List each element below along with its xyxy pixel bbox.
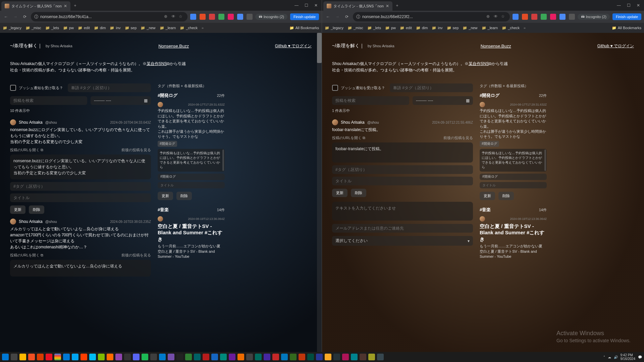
star-icon[interactable]: ☆	[501, 14, 506, 19]
contact-input[interactable]	[332, 224, 473, 233]
sidebar-title-input[interactable]	[480, 182, 547, 188]
browser-tab[interactable]: タイムライン - 個人SNS「nonsens... ✕	[323, 1, 392, 11]
terminal-icon[interactable]	[176, 354, 183, 360]
bookmark-folder[interactable]: _misc	[347, 26, 363, 30]
post-edit-textarea[interactable]: nonsense.buzzにログイン実装している。いいアプリなので色々な人に使っ…	[10, 155, 151, 179]
minimize-icon[interactable]: —	[617, 3, 621, 8]
push-checkbox[interactable]	[332, 85, 338, 91]
bookmark-folder[interactable]: _new	[141, 26, 155, 30]
tag-input[interactable]	[390, 83, 473, 92]
taskbar-app-icon[interactable]	[316, 354, 323, 360]
ext-icon[interactable]	[190, 14, 196, 20]
finish-update-button[interactable]: Finish update	[290, 13, 319, 20]
all-bookmarks-button[interactable]: 📁 All Bookmarks	[289, 26, 319, 30]
all-bookmarks-button[interactable]: 📁 All Bookmarks	[612, 26, 641, 30]
finish-update-button[interactable]: Finish update	[612, 13, 641, 20]
taskbar-app-icon[interactable]	[290, 354, 297, 360]
reload-icon[interactable]: ⟳	[343, 13, 350, 20]
eye-off-icon[interactable]: 👁	[171, 14, 177, 19]
eye-off-icon[interactable]: 👁	[494, 14, 499, 19]
bookmark-folder[interactable]: pw	[385, 26, 396, 30]
taskbar-app-icon[interactable]	[194, 354, 201, 360]
notifications-icon[interactable]: 💬	[638, 355, 642, 359]
open-post-url-link[interactable]: 投稿のURLを開く	[10, 253, 43, 258]
taskbar-app-icon[interactable]	[98, 354, 105, 360]
bookmark-folder[interactable]: inv	[110, 26, 120, 30]
post-tags-input[interactable]	[332, 165, 473, 174]
bookmark-folder[interactable]: _lets	[367, 26, 381, 30]
bookmark-folder[interactable]: sep	[125, 26, 137, 30]
post-edit-textarea[interactable]: foobar-translateにて投稿。	[332, 142, 473, 163]
post-tags-input[interactable]	[10, 182, 151, 191]
intro-link[interactable]: 某自作SNS	[469, 61, 489, 66]
new-tab-button[interactable]: ＋	[395, 3, 399, 8]
discord-icon[interactable]	[133, 354, 140, 360]
taskbar-app-icon[interactable]	[37, 354, 44, 360]
taskbar-app-icon[interactable]	[237, 354, 244, 360]
close-icon[interactable]: ✕	[386, 4, 389, 8]
scrollbar[interactable]	[222, 149, 224, 171]
search-input[interactable]	[10, 96, 87, 105]
taskbar-app-icon[interactable]	[115, 354, 122, 360]
delete-button[interactable]: 削除	[29, 205, 44, 214]
ext-icon[interactable]	[559, 14, 566, 20]
sidebar-tag-name[interactable]: #音楽	[158, 207, 169, 213]
spotify-icon[interactable]	[142, 354, 148, 360]
date-input[interactable]: -------- ----▦	[413, 96, 473, 105]
new-tab-button[interactable]: ＋	[73, 3, 77, 8]
reload-icon[interactable]: ⟳	[21, 13, 28, 20]
ext-icon[interactable]	[513, 14, 519, 20]
bookmark-folder[interactable]: pw	[63, 26, 74, 30]
sidebar-tag-name[interactable]: #音楽	[480, 207, 491, 213]
taskbar-app-icon[interactable]	[203, 354, 209, 360]
update-button[interactable]: 更新	[158, 192, 173, 200]
github-login-link[interactable]: Github ♥ でログイン	[275, 43, 312, 49]
bookmark-folder[interactable]: _new	[463, 26, 477, 30]
taskbar-app-icon[interactable]	[299, 354, 305, 360]
bookmark-folder[interactable]: sep	[447, 26, 459, 30]
sidebar-tags-input[interactable]	[480, 174, 547, 180]
prev-next-link[interactable]: 前後の投稿を見る	[121, 147, 151, 153]
translate-icon[interactable]: ⊕	[164, 14, 169, 19]
delete-button[interactable]: 削除	[498, 192, 514, 200]
sidebar-title-input[interactable]	[158, 182, 225, 188]
maximize-icon[interactable]: ☐	[305, 3, 308, 8]
sidebar-edit-textarea[interactable]: 予約投稿もほしいな…予約投稿は個人的にほしい。予約投稿とかドラフトとかができると…	[480, 149, 547, 172]
update-button[interactable]: 更新	[10, 205, 25, 214]
date-input[interactable]: -------- ----▦	[91, 96, 151, 105]
taskbar-app-icon[interactable]	[307, 354, 314, 360]
bookmark-folder[interactable]: dim	[94, 26, 106, 30]
delete-button[interactable]: 削除	[176, 192, 192, 200]
ext-icon[interactable]	[569, 14, 575, 20]
explorer-icon[interactable]	[19, 354, 26, 360]
taskbar-app-icon[interactable]	[220, 354, 227, 360]
vlc-icon[interactable]	[107, 354, 113, 360]
bookmark-folder[interactable]: _legacy	[325, 26, 343, 30]
minimize-icon[interactable]: —	[294, 3, 299, 8]
post-title-input[interactable]	[332, 177, 473, 185]
start-icon[interactable]	[2, 354, 9, 360]
tray-icon[interactable]: ☁	[608, 355, 611, 359]
close-icon[interactable]: ✕	[64, 4, 67, 8]
incognito-badge[interactable]: 🕶 Incognito (2)	[578, 14, 610, 20]
taskbar-app-icon[interactable]	[333, 354, 340, 360]
sidebar-tag-name[interactable]: #開発ログ	[480, 93, 499, 99]
windows-taskbar[interactable]: ˄ ☁ 🔊 9:42 PM9/16/2024 💬	[0, 352, 644, 362]
tray-chevron-icon[interactable]: ˄	[603, 355, 605, 359]
incognito-badge[interactable]: 🕶 Incognito (2)	[255, 14, 287, 20]
taskbar-app-icon[interactable]	[246, 354, 253, 360]
star-icon[interactable]: ☆	[179, 14, 184, 19]
taskbar-app-icon[interactable]	[229, 354, 235, 360]
taskbar-app-icon[interactable]	[272, 354, 279, 360]
taskbar-app-icon[interactable]	[360, 354, 366, 360]
sidebar-tag-chip[interactable]: #開発ログ	[158, 141, 177, 147]
chevron-right-icon[interactable]: »	[524, 26, 526, 30]
firefox-icon[interactable]	[80, 354, 87, 360]
open-post-url-link[interactable]: 投稿のURLを開く	[10, 147, 43, 153]
bookmark-folder[interactable]: _check	[502, 26, 520, 30]
ext-icon[interactable]	[237, 14, 243, 20]
ext-icon[interactable]	[550, 14, 556, 20]
taskbar-app-icon[interactable]	[211, 354, 218, 360]
post-title-input[interactable]	[10, 193, 151, 202]
ext-icon[interactable]	[218, 14, 224, 20]
